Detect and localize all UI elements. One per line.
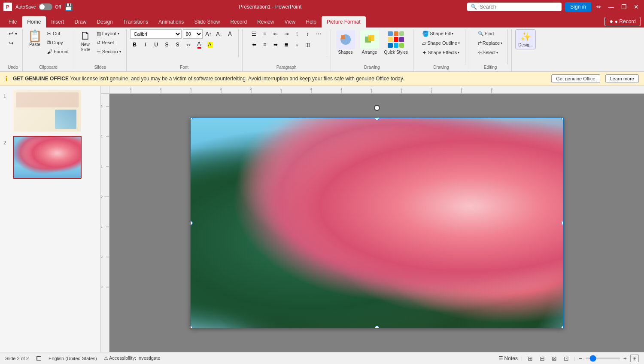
presenter-view-button[interactable]: ⊡ [562, 354, 571, 363]
title-right-controls: Sign in ✏ — ❐ ✕ [565, 2, 641, 12]
text-direction-button[interactable]: ⬦ [292, 40, 302, 49]
bullets-button[interactable]: ☰ [249, 29, 259, 39]
bold-button[interactable]: B [130, 40, 140, 49]
slide-thumbnail-2[interactable] [13, 136, 82, 179]
svg-text:1: 1 [280, 87, 282, 91]
format-painter-button[interactable]: 🖌 Format [45, 47, 70, 56]
para-options-button[interactable]: ⋯ [314, 29, 323, 39]
highlight-button[interactable]: A [205, 40, 215, 49]
replace-button[interactable]: ⇄ Replace ▾ [476, 39, 504, 47]
record-button[interactable]: ⏺ ● Record [605, 17, 641, 26]
layout-button[interactable]: ▤ Layout ▾ [95, 29, 123, 38]
tab-view[interactable]: View [279, 16, 301, 28]
notification-body: Your license isn't genuine, and you may … [70, 76, 404, 82]
autosave-toggle[interactable] [39, 3, 52, 10]
shape-outline-button[interactable]: ▱ Shape Outline ▾ [420, 39, 462, 47]
svg-text:5: 5 [160, 87, 162, 91]
tab-file[interactable]: File [3, 16, 22, 28]
font-family-select[interactable]: Calibri [130, 29, 182, 39]
increase-indent-button[interactable]: ⇥ [282, 29, 291, 39]
tab-review[interactable]: Review [252, 16, 279, 28]
search-box[interactable]: 🔍 [467, 3, 562, 11]
numbering-button[interactable]: ≡ [260, 29, 270, 39]
tab-slideshow[interactable]: Slide Show [189, 16, 225, 28]
spacing-button[interactable]: ⇿ [184, 40, 193, 49]
restore-icon[interactable]: ❐ [620, 3, 629, 11]
slide-thumbnail-1[interactable] [13, 89, 82, 132]
tab-design[interactable]: Design [91, 16, 118, 28]
section-button[interactable]: ☰ Section ▾ [95, 47, 123, 56]
tab-transitions[interactable]: Transitions [118, 16, 153, 28]
learn-more-button[interactable]: Learn more [605, 74, 639, 83]
line-spacing-button[interactable]: ↕ [303, 29, 313, 39]
decrease-indent-button[interactable]: ⇤ [271, 29, 280, 39]
slide-item-1[interactable]: 1 [3, 89, 97, 132]
select-button[interactable]: ⊹ Select ▾ [476, 48, 504, 57]
italic-button[interactable]: I [141, 40, 150, 49]
zoom-slider[interactable] [586, 358, 620, 359]
increase-font-button[interactable]: A↑ [204, 29, 213, 39]
redo-button[interactable]: ↪ [7, 39, 19, 47]
tab-record[interactable]: Record [225, 16, 252, 28]
shape-fill-label: Shape Fill [430, 31, 451, 36]
columns-button[interactable]: ⫶ [292, 29, 302, 39]
convert-to-smartart-button[interactable]: ◫ [303, 40, 313, 49]
get-genuine-office-button[interactable]: Get genuine Office [551, 74, 600, 83]
shadow-button[interactable]: S [173, 40, 182, 49]
find-button[interactable]: 🔍 Find [476, 29, 504, 38]
slide-canvas[interactable] [109, 94, 644, 352]
reset-button[interactable]: ↺ Reset [95, 38, 123, 47]
slide-item-2[interactable]: 2 [3, 136, 97, 179]
align-center-button[interactable]: ≡ [260, 40, 270, 49]
reading-view-button[interactable]: ⊠ [550, 354, 559, 363]
paste-button[interactable]: 📋 Paste [26, 29, 43, 48]
sign-in-button[interactable]: Sign in [565, 2, 591, 12]
shape-effects-button[interactable]: ✦ Shape Effects ▾ [420, 48, 462, 57]
quick-styles-label: Quick Styles [384, 50, 408, 55]
copy-button[interactable]: ⧉ Copy [45, 38, 70, 47]
underline-button[interactable]: U [152, 40, 161, 49]
arrange-button[interactable]: Arrange [358, 29, 381, 55]
slide-sorter-button[interactable]: ⊟ [538, 354, 547, 363]
rotation-handle[interactable] [374, 105, 380, 111]
new-slide-button[interactable]: 🗋 NewSlide [78, 29, 93, 53]
zoom-out-button[interactable]: − [579, 355, 582, 362]
handle-bottom-center[interactable] [375, 326, 379, 328]
notes-button[interactable]: ☰ Notes [498, 355, 518, 361]
font-size-select[interactable]: 60 [183, 29, 203, 39]
align-left-button[interactable]: ⬅ [249, 40, 259, 49]
search-input[interactable] [480, 4, 540, 10]
tab-home[interactable]: Home [22, 16, 46, 28]
pen-icon[interactable]: ✏ [595, 3, 603, 11]
align-right-button[interactable]: ➡ [271, 40, 280, 49]
close-icon[interactable]: ✕ [632, 3, 641, 11]
cut-button[interactable]: ✂ Cut [45, 29, 70, 38]
shape-fill-button[interactable]: 🪣 Shape Fill ▾ [420, 29, 462, 38]
normal-view-button[interactable]: ⊞ [526, 354, 535, 363]
shapes-button[interactable]: Shapes [334, 29, 357, 55]
handle-mid-left[interactable] [190, 221, 193, 225]
handle-mid-right[interactable] [561, 221, 564, 225]
ribbon-tabs: File Home Insert Draw Design Transitions… [0, 14, 644, 28]
handle-top-center[interactable] [375, 118, 379, 120]
status-bar: Slide 2 of 2 ⧠ English (United States) ⚠… [0, 352, 644, 364]
design-ribbon-button[interactable]: ✨ Desig... [515, 29, 536, 49]
quick-styles-button[interactable]: Quick Styles [383, 29, 410, 55]
justify-button[interactable]: ≣ [282, 40, 291, 49]
tab-help[interactable]: Help [301, 16, 322, 28]
fit-slide-button[interactable]: ⊞ [630, 355, 639, 362]
clear-format-button[interactable]: Ā [225, 29, 235, 39]
accessibility-check[interactable]: ⚠ Accessibility: Investigate [104, 355, 161, 361]
undo-button[interactable]: ↩ ▾ [7, 29, 19, 38]
tab-insert[interactable]: Insert [46, 16, 69, 28]
font-color-button[interactable]: A [194, 40, 204, 49]
highlight-indicator: A [207, 42, 213, 48]
tab-picture-format[interactable]: Picture Format [322, 16, 366, 28]
tab-draw[interactable]: Draw [69, 16, 91, 28]
minimize-icon[interactable]: — [607, 3, 616, 11]
tab-animations[interactable]: Animations [153, 16, 189, 28]
decrease-font-button[interactable]: A↓ [215, 29, 224, 39]
zoom-in-button[interactable]: + [623, 355, 627, 362]
save-icon[interactable]: 💾 [64, 3, 73, 11]
strikethrough-button[interactable]: S [162, 40, 172, 49]
